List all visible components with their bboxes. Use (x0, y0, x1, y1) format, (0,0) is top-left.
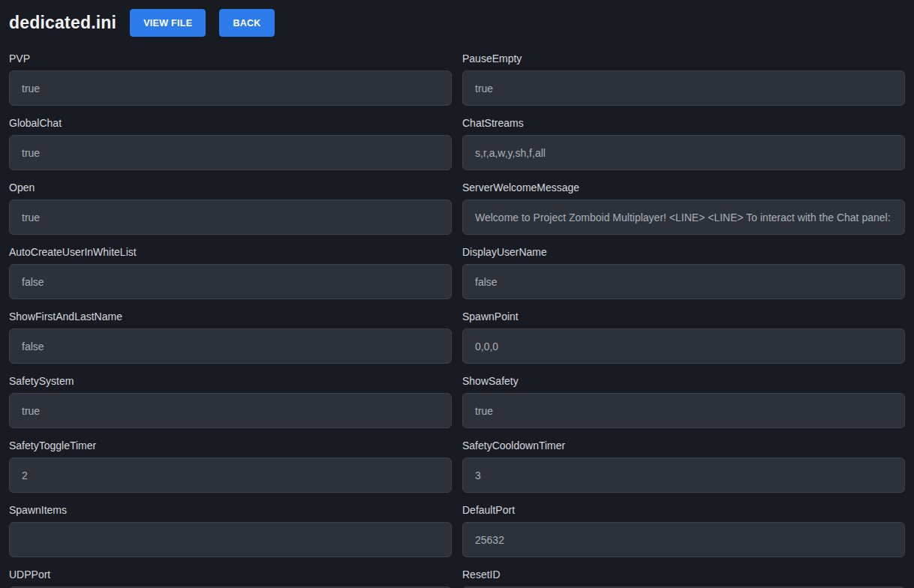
field-open: Open (9, 181, 452, 235)
view-file-button[interactable]: VIEW FILE (130, 9, 206, 37)
field-displayusername: DisplayUserName (462, 245, 905, 299)
field-pauseempty: PauseEmpty (462, 52, 905, 106)
field-udpport: UDPPort (9, 568, 452, 588)
field-showfirstandlastname: ShowFirstAndLastName (9, 310, 452, 364)
field-label-spawnitems: SpawnItems (9, 503, 452, 518)
field-input-open[interactable] (9, 200, 452, 235)
field-safetysystem: SafetySystem (9, 374, 452, 428)
app: dedicated.ini VIEW FILE BACK PVP PauseEm… (0, 0, 914, 588)
field-input-chatstreams[interactable] (462, 135, 905, 170)
field-label-showsafety: ShowSafety (462, 374, 905, 388)
field-input-displayusername[interactable] (462, 264, 905, 299)
settings-form: PVP PauseEmpty GlobalChat ChatStreams Op… (0, 37, 914, 588)
field-label-pauseempty: PauseEmpty (462, 52, 905, 66)
field-input-showsafety[interactable] (462, 393, 905, 428)
field-resetid: ResetID (462, 568, 905, 588)
field-label-serverwelcomemessage: ServerWelcomeMessage (462, 181, 905, 195)
field-defaultport: DefaultPort (462, 503, 905, 557)
back-button[interactable]: BACK (219, 9, 274, 37)
field-pvp: PVP (9, 52, 452, 106)
field-safetycooldowntimer: SafetyCooldownTimer (462, 439, 905, 493)
field-label-resetid: ResetID (462, 568, 905, 582)
field-label-showfirstandlastname: ShowFirstAndLastName (9, 310, 452, 324)
field-safetytoggletimer: SafetyToggleTimer (9, 439, 452, 493)
header: dedicated.ini VIEW FILE BACK (0, 0, 914, 37)
field-input-autocreateuserinwhitelist[interactable] (9, 264, 452, 299)
field-spawnitems: SpawnItems (9, 503, 452, 557)
field-input-spawnitems[interactable] (9, 522, 452, 557)
field-showsafety: ShowSafety (462, 374, 905, 428)
field-input-pauseempty[interactable] (462, 70, 905, 106)
field-label-defaultport: DefaultPort (462, 503, 905, 518)
field-input-safetytoggletimer[interactable] (9, 458, 452, 493)
field-label-globalchat: GlobalChat (9, 116, 452, 130)
field-label-safetycooldowntimer: SafetyCooldownTimer (462, 439, 905, 453)
field-label-pvp: PVP (9, 52, 452, 66)
field-chatstreams: ChatStreams (462, 116, 905, 170)
field-input-serverwelcomemessage[interactable] (462, 200, 905, 235)
field-label-autocreateuserinwhitelist: AutoCreateUserInWhiteList (9, 245, 452, 260)
field-serverwelcomemessage: ServerWelcomeMessage (462, 181, 905, 235)
field-label-displayusername: DisplayUserName (462, 245, 905, 260)
field-input-safetysystem[interactable] (9, 393, 452, 428)
field-autocreateuserinwhitelist: AutoCreateUserInWhiteList (9, 245, 452, 299)
page-title: dedicated.ini (9, 13, 116, 33)
field-input-showfirstandlastname[interactable] (9, 328, 452, 364)
field-input-pvp[interactable] (9, 70, 452, 106)
field-spawnpoint: SpawnPoint (462, 310, 905, 364)
field-label-safetytoggletimer: SafetyToggleTimer (9, 439, 452, 453)
field-label-spawnpoint: SpawnPoint (462, 310, 905, 324)
field-input-spawnpoint[interactable] (462, 328, 905, 364)
field-label-udpport: UDPPort (9, 568, 452, 582)
field-label-open: Open (9, 181, 452, 195)
field-label-safetysystem: SafetySystem (9, 374, 452, 388)
field-input-defaultport[interactable] (462, 522, 905, 557)
field-label-chatstreams: ChatStreams (462, 116, 905, 130)
field-input-safetycooldowntimer[interactable] (462, 458, 905, 493)
field-globalchat: GlobalChat (9, 116, 452, 170)
field-input-globalchat[interactable] (9, 135, 452, 170)
